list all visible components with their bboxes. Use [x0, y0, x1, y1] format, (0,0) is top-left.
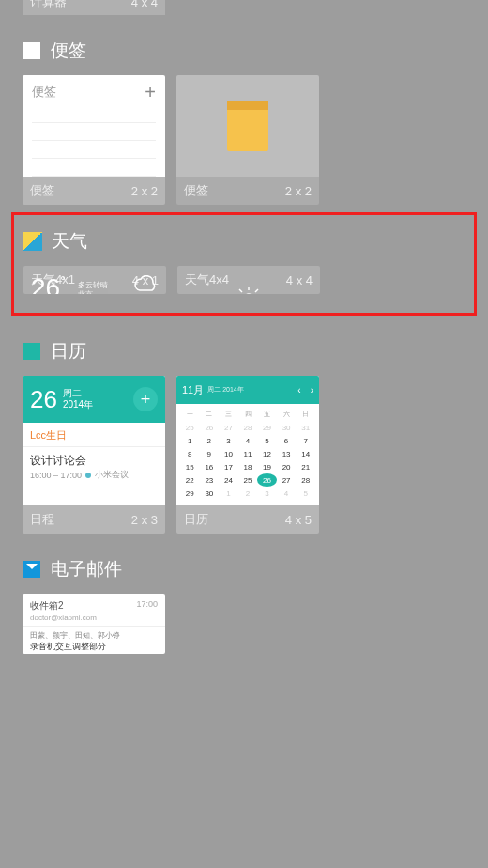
weather-section-icon: [23, 232, 42, 251]
weather-widget-4x1[interactable]: 26° 多云转晴 北京 天气4x1 4 x 1: [23, 266, 166, 294]
svg-line-5: [239, 289, 242, 292]
notes-widget-1[interactable]: 便签 + 便签 2 x 2: [23, 75, 165, 205]
calculator-widget[interactable]: 计算器 4 x 4: [23, 0, 165, 15]
email-snippet: 设计的文本搜索测试,希望你的观点人口在的地方: [30, 653, 158, 654]
widget-size: 2 x 2: [285, 184, 312, 198]
section-title-weather: 天气: [52, 229, 87, 254]
section-header-calendar: 日历: [23, 334, 465, 368]
section-title-notes: 便签: [51, 39, 86, 63]
event-dot-icon: [85, 473, 91, 478]
event-time: 16:00 – 17:00: [30, 471, 82, 480]
email-widget[interactable]: 收件箱2 17:00 doctor@xiaomi.com 田蒙、颜宇、田知、郭小…: [23, 594, 165, 654]
section-header-email: 电子邮件: [23, 552, 465, 586]
email-box: 收件箱2: [30, 599, 64, 612]
calculator-size: 4 x 4: [131, 0, 158, 9]
cloud-icon: [132, 275, 159, 294]
calendar-widget[interactable]: 11月 周二 2014年 ‹› 一二三四五六日 2526272829303112…: [176, 376, 319, 534]
svg-line-7: [255, 289, 258, 292]
widget-size: 2 x 2: [131, 184, 158, 198]
widget-name: 天气4x4: [185, 271, 229, 288]
section-title-email: 电子邮件: [51, 557, 122, 581]
notes-preview-2: [176, 75, 319, 177]
notes-preview-1: 便签 +: [23, 75, 165, 177]
email-from: doctor@xiaomi.com: [30, 613, 158, 622]
event-room: 小米会议: [95, 469, 129, 481]
email-subject: 录音机交互调整部分: [30, 641, 158, 653]
widget-name: 日程: [30, 511, 54, 528]
email-time: 17:00: [136, 599, 158, 612]
weather-temp: 26: [31, 273, 60, 294]
weather-section-highlighted: 天气 26° 多云转晴 北京 天气4x1 4 x 1: [11, 212, 477, 316]
notes-section-icon: [23, 41, 41, 60]
section-header-notes: 便签: [23, 34, 465, 68]
widget-name: 日历: [184, 511, 208, 528]
email-section-icon: [23, 560, 41, 579]
section-title-calendar: 日历: [51, 339, 86, 364]
widget-name: 便签: [30, 182, 54, 199]
event-birthday: Lcc生日: [23, 423, 165, 447]
widget-name: 便签: [184, 182, 208, 199]
sun-icon: [235, 285, 263, 294]
add-event-icon: +: [133, 387, 158, 411]
chevron-right-icon: ›: [311, 385, 313, 395]
weather-city: 北京: [78, 290, 93, 294]
calendar-month: 11月: [182, 383, 204, 397]
widget-size: 2 x 3: [131, 513, 158, 527]
calendar-month-sub: 周二 2014年: [207, 385, 244, 395]
section-header-weather: 天气: [23, 225, 465, 258]
add-icon: +: [145, 83, 156, 101]
schedule-widget[interactable]: 26 周二 2014年 + Lcc生日 设计讨论会 16:00 – 17:00 …: [23, 376, 165, 534]
schedule-day-num: 26: [30, 385, 57, 414]
calendar-preview: 11月 周二 2014年 ‹› 一二三四五六日 2526272829303112…: [176, 376, 319, 505]
weather-widget-4x4[interactable]: 晴 空气良好 朝阳区 北京 8.26 26° 周日☁32°/19° 周一☁32°…: [177, 266, 320, 294]
schedule-day-week: 周二: [63, 388, 82, 398]
schedule-preview: 26 周二 2014年 + Lcc生日 设计讨论会 16:00 – 17:00 …: [23, 376, 165, 505]
notepad-icon: [227, 101, 268, 151]
widget-size: 4 x 4: [286, 273, 313, 287]
notes-widget-2[interactable]: 便签 2 x 2: [176, 75, 319, 205]
calendar-section-icon: [23, 342, 41, 361]
calculator-name: 计算器: [30, 0, 67, 10]
widget-size: 4 x 5: [285, 513, 312, 527]
notes-header-label: 便签: [32, 84, 56, 101]
weather-cond: 多云转晴: [78, 281, 108, 289]
chevron-left-icon: ‹: [297, 385, 300, 395]
email-names: 田蒙、颜宇、田知、郭小铮: [30, 630, 158, 641]
event-title: 设计讨论会: [30, 453, 158, 469]
schedule-day-year: 2014年: [63, 399, 93, 410]
